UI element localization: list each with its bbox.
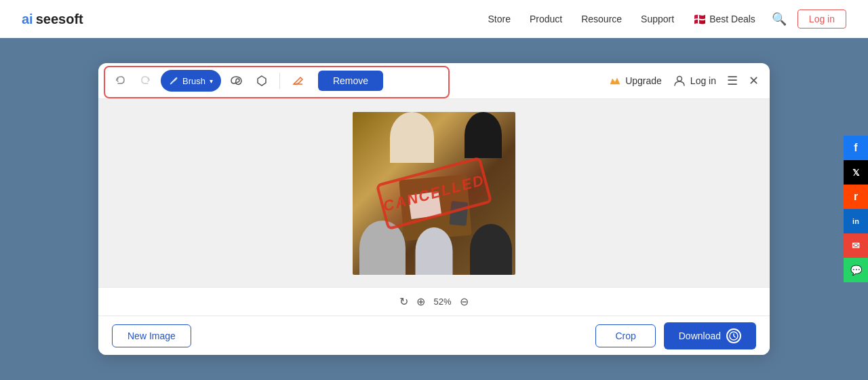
brush-button[interactable]: Brush ▾: [161, 70, 221, 92]
facebook-share-button[interactable]: f: [844, 136, 868, 160]
person5: [416, 227, 453, 275]
twitter-icon: 𝕏: [852, 168, 859, 178]
nav-support[interactable]: Support: [641, 14, 674, 24]
reddit-share-button[interactable]: r: [844, 185, 868, 209]
editor-card: Brush ▾: [98, 63, 770, 355]
upgrade-button[interactable]: Upgrade: [609, 75, 662, 87]
new-image-button[interactable]: New Image: [112, 324, 191, 347]
linkedin-icon: in: [852, 217, 859, 225]
main-area: Brush ▾: [0, 38, 868, 380]
nav-resource[interactable]: Resource: [581, 14, 622, 24]
menu-icon[interactable]: ☰: [727, 73, 738, 88]
polygon-tool-button[interactable]: [251, 70, 273, 92]
nav-login-button[interactable]: Log in: [797, 10, 846, 28]
image-container: CANCELLED: [353, 112, 515, 275]
logo-name: seesoft: [36, 12, 83, 27]
person3: [359, 221, 406, 275]
refresh-icon[interactable]: ↻: [399, 295, 408, 308]
person2: [465, 112, 502, 158]
zoom-out-icon[interactable]: ⊖: [460, 295, 469, 308]
logo-ai: ai: [22, 12, 33, 27]
bottom-bar: New Image Crop Download: [98, 316, 770, 355]
nav-links: Store Product Resource Support 🇩🇰 Best D…: [488, 13, 755, 26]
zoom-level: 52%: [433, 297, 451, 307]
toolbar: Brush ▾: [98, 63, 770, 99]
nav-best-deals[interactable]: 🇩🇰 Best Deals: [693, 13, 755, 26]
download-clock-icon: [726, 328, 741, 343]
twitter-share-button[interactable]: 𝕏: [844, 160, 868, 185]
reddit-icon: r: [854, 191, 858, 203]
flag-icon: 🇩🇰: [693, 13, 707, 26]
zoom-bar: ↻ ⊕ 52% ⊖: [98, 287, 770, 316]
eraser-tool-button[interactable]: [287, 70, 309, 92]
undo-button[interactable]: [109, 70, 131, 92]
remove-button[interactable]: Remove: [318, 71, 383, 91]
download-button[interactable]: Download: [664, 322, 756, 349]
facebook-icon: f: [854, 142, 857, 154]
whatsapp-share-button[interactable]: 💬: [844, 258, 868, 282]
social-sidebar: f 𝕏 r in ✉ 💬: [844, 136, 868, 282]
linkedin-share-button[interactable]: in: [844, 209, 868, 233]
redo-button[interactable]: [135, 70, 157, 92]
canvas-area: CANCELLED: [98, 99, 770, 287]
whatsapp-icon: 💬: [850, 265, 862, 276]
header-login-button[interactable]: Log in: [673, 74, 716, 88]
svg-point-1: [677, 77, 682, 81]
person1: [390, 112, 434, 163]
brush-dropdown-icon: ▾: [210, 77, 213, 85]
email-icon: ✉: [852, 240, 860, 251]
topnav: ai seesoft Store Product Resource Suppor…: [0, 0, 868, 38]
header-actions: Upgrade Log in ☰ ✕: [609, 73, 759, 88]
zoom-in-icon[interactable]: ⊕: [416, 295, 425, 308]
email-share-button[interactable]: ✉: [844, 233, 868, 258]
person4: [470, 224, 512, 275]
crop-button[interactable]: Crop: [595, 324, 655, 347]
logo: ai seesoft: [22, 12, 83, 27]
nav-store[interactable]: Store: [488, 14, 510, 24]
lasso-tool-button[interactable]: [225, 70, 247, 92]
close-icon[interactable]: ✕: [749, 73, 759, 88]
tool-separator: [279, 73, 280, 89]
nav-product[interactable]: Product: [530, 14, 562, 24]
search-icon[interactable]: 🔍: [772, 12, 787, 26]
nav-icons: 🔍 Log in: [772, 10, 846, 28]
